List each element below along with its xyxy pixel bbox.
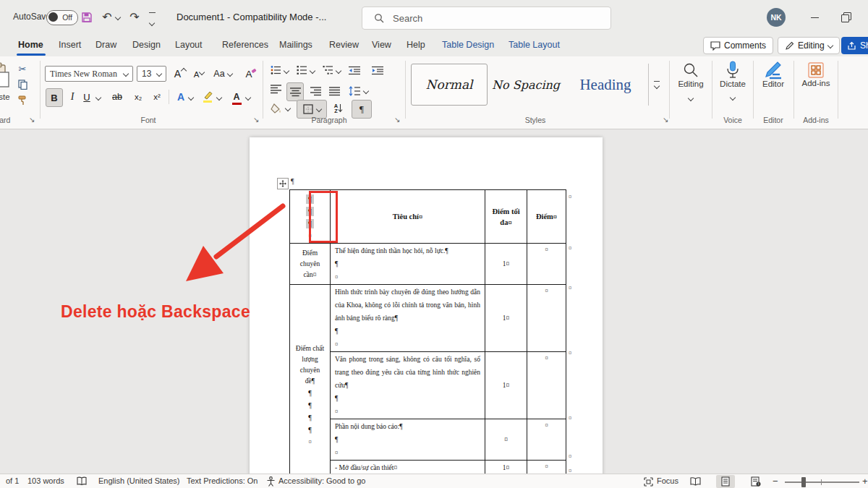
copy-button[interactable] [16, 78, 29, 91]
table-move-handle[interactable] [277, 178, 289, 189]
criteria-cell[interactable]: - Mở đầu/sự cần thiết¤ [331, 461, 485, 474]
highlight-button[interactable] [200, 88, 215, 106]
cut-button[interactable]: ✂ [16, 62, 29, 75]
bullets-dropdown-icon[interactable] [284, 68, 289, 74]
styles-gallery-more-button[interactable] [648, 64, 665, 106]
superscript-button[interactable]: x² [150, 88, 164, 106]
style-normal[interactable]: Normal [411, 64, 488, 106]
add-ins-button[interactable]: Add-ins [796, 59, 836, 111]
focus-button[interactable]: Focus [657, 476, 678, 485]
change-case-button[interactable]: Aa [212, 67, 234, 81]
search-input[interactable] [391, 9, 604, 27]
font-color-dropdown-icon[interactable] [245, 95, 251, 100]
print-layout-button[interactable] [716, 475, 735, 488]
autosave-toggle[interactable]: Off [46, 10, 78, 25]
tab-home[interactable]: Home [18, 40, 43, 50]
font-family-select[interactable]: Times New Roman [45, 66, 133, 82]
line-spacing-dropdown-icon[interactable] [363, 88, 369, 94]
font-size-select[interactable]: 13 [137, 66, 166, 82]
strikethrough-button[interactable]: ab [109, 88, 126, 106]
align-left-button[interactable] [271, 84, 282, 98]
format-painter-button[interactable] [16, 94, 29, 107]
font-dialog-launcher[interactable]: ↘ [253, 116, 259, 124]
max-score-cell[interactable]: ¤ [485, 419, 527, 461]
multilevel-list-button[interactable] [321, 64, 334, 77]
undo-button[interactable]: ↶ [100, 10, 114, 25]
tab-insert[interactable]: Insert [59, 40, 81, 50]
max-score-cell[interactable]: 1¤ [485, 244, 527, 285]
align-center-button[interactable] [286, 82, 304, 101]
tab-mailings[interactable]: Mailings [279, 40, 312, 50]
tab-review[interactable]: Review [329, 40, 359, 50]
score-cell[interactable]: ¤ [527, 285, 566, 352]
grow-font-button[interactable]: A [172, 67, 188, 81]
customize-quick-access-button[interactable] [149, 12, 156, 28]
header-max-score[interactable]: Điểm tối đa¤ [485, 190, 527, 244]
language-indicator[interactable]: English (United States) [98, 476, 180, 485]
clipboard-dialog-launcher[interactable]: ↘ [29, 116, 35, 124]
zoom-in-button[interactable]: + [862, 476, 868, 487]
row-label-cell[interactable]: Điểm chất lượng chuyên đề¶ ¶ ¶ ¶ ¶ ¤ [290, 285, 331, 474]
zoom-out-button[interactable]: − [773, 476, 778, 487]
share-button[interactable]: Share [841, 37, 868, 54]
styles-dialog-launcher[interactable]: ↘ [663, 116, 668, 124]
dictate-button[interactable]: Dictate [715, 59, 751, 111]
multilevel-dropdown-icon[interactable] [336, 68, 341, 74]
zoom-slider-handle[interactable] [801, 477, 806, 487]
numbering-button[interactable] [295, 64, 308, 77]
account-avatar[interactable]: NK [767, 8, 786, 27]
tab-design[interactable]: Design [132, 40, 161, 50]
comments-button[interactable]: Comments [703, 37, 773, 54]
criteria-cell[interactable]: Văn phong trong sáng, không có câu tối n… [331, 352, 485, 419]
text-effects-button[interactable]: A [174, 88, 187, 106]
word-count[interactable]: 103 words [27, 476, 64, 485]
proofing-icon[interactable] [77, 476, 87, 487]
decrease-indent-button[interactable] [347, 64, 362, 77]
underline-button[interactable]: U [81, 88, 93, 106]
criteria-cell[interactable]: Thể hiện đúng tinh thần học hỏi, nỗ lực.… [331, 244, 485, 285]
line-spacing-button[interactable] [347, 84, 362, 98]
read-mode-button[interactable] [686, 475, 705, 488]
shrink-font-button[interactable]: A [192, 68, 206, 81]
shading-button[interactable] [269, 101, 284, 116]
minimize-button[interactable] [803, 7, 826, 27]
undo-dropdown-icon[interactable] [115, 14, 121, 20]
style-no-spacing[interactable]: No Spacing [490, 64, 561, 106]
tab-help[interactable]: Help [407, 40, 425, 50]
italic-button[interactable]: I [67, 88, 78, 106]
align-right-button[interactable] [310, 84, 321, 98]
increase-indent-button[interactable] [370, 64, 385, 77]
score-cell[interactable]: ¤ [527, 352, 566, 419]
text-effects-dropdown-icon[interactable] [188, 95, 194, 100]
redo-button[interactable]: ↷ [127, 10, 142, 25]
header-criteria[interactable]: Tiêu chí¤ [331, 190, 485, 244]
search-box[interactable] [362, 7, 611, 30]
document-page[interactable]: ¶ ¶ ¶ ¶ ¤ Tiêu chí¤ Điểm tối đa¤ Điểm¤ Đ… [250, 137, 603, 474]
tab-table-layout[interactable]: Table Layout [509, 40, 560, 50]
score-cell[interactable]: ¤ [527, 419, 566, 461]
paste-button[interactable] [0, 62, 10, 91]
save-button[interactable] [80, 10, 94, 25]
bullets-button[interactable] [269, 64, 282, 77]
max-score-cell[interactable]: 1¤ [485, 352, 527, 419]
tab-draw[interactable]: Draw [95, 40, 116, 50]
focus-icon[interactable] [644, 477, 653, 488]
restore-window-button[interactable] [833, 7, 856, 27]
editing-menu-button[interactable]: Editing [671, 59, 710, 111]
numbering-dropdown-icon[interactable] [310, 68, 315, 74]
max-score-cell[interactable]: 1¤ [485, 461, 527, 474]
editor-button[interactable]: Editor [755, 59, 791, 111]
subscript-button[interactable]: x₂ [131, 88, 145, 106]
zoom-slider-track[interactable] [785, 481, 859, 483]
score-cell[interactable]: ¤ [527, 244, 566, 285]
justify-button[interactable] [328, 84, 340, 98]
style-heading[interactable]: Heading [564, 64, 647, 106]
criteria-cell[interactable]: Hình thức trình bày chuyên đề đúng theo … [331, 285, 485, 352]
bold-button[interactable]: B [46, 88, 63, 107]
highlight-dropdown-icon[interactable] [216, 95, 222, 100]
tab-table-design[interactable]: Table Design [442, 40, 494, 50]
score-cell[interactable]: ¤ [527, 461, 566, 474]
tab-layout[interactable]: Layout [175, 40, 203, 50]
tab-view[interactable]: View [372, 40, 391, 50]
editing-mode-button[interactable]: Editing [778, 37, 840, 54]
